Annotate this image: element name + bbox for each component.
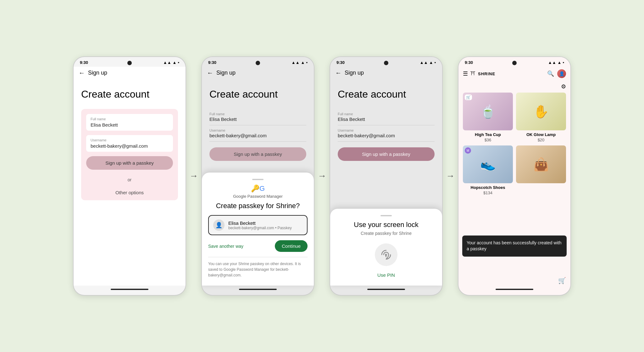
battery-icon-3: ▪ bbox=[434, 60, 436, 65]
status-icons-3: ▲▲ ▲ ▪ bbox=[420, 60, 436, 65]
search-icon[interactable]: 🔍 bbox=[547, 70, 554, 77]
hamburger-icon[interactable]: ☰ bbox=[463, 70, 468, 77]
product-img-shoes[interactable]: M 👟 bbox=[463, 145, 513, 183]
passkey-button-2[interactable]: Sign up with a passkey bbox=[209, 147, 306, 161]
camera-dot-4 bbox=[512, 61, 517, 65]
camera-dot-2 bbox=[256, 61, 260, 65]
signal-icon-2: ▲▲ bbox=[291, 60, 300, 65]
signal-icon-3: ▲▲ bbox=[420, 60, 428, 65]
screen-lock-title: Use your screen lock bbox=[336, 221, 436, 229]
user-avatar-icon: 👤 bbox=[213, 219, 225, 231]
status-bar-1: 9:30 ▲▲ ▲ ▪ bbox=[74, 57, 186, 67]
status-icons-1: ▲▲ ▲ ▪ bbox=[163, 60, 179, 65]
username-field-3[interactable]: Username beckett-bakery@gmail.com bbox=[338, 125, 435, 142]
save-another-button[interactable]: Save another way bbox=[208, 244, 243, 249]
username-value-2: beckett-bakery@gmail.com bbox=[209, 133, 306, 138]
product-price-shoes: $134 bbox=[463, 190, 513, 195]
username-field-2[interactable]: Username beckett-bakery@gmail.com bbox=[209, 125, 306, 142]
passkey-button-1[interactable]: Sign up with a passkey bbox=[86, 156, 173, 170]
username-label-1: Username bbox=[91, 138, 169, 142]
arrow-1: → bbox=[189, 171, 198, 181]
form-fields-2: Full name Elisa Beckett Username beckett… bbox=[209, 109, 306, 161]
filter-icon[interactable]: ⚙ bbox=[561, 83, 566, 90]
time-2: 9:30 bbox=[208, 60, 216, 65]
modal-note: You can use your Shrine passkey on other… bbox=[208, 261, 308, 278]
cart-badge-shoes: M bbox=[465, 147, 471, 154]
shrine-nav-right: 🔍 👤 bbox=[547, 69, 566, 78]
username-label-2: Username bbox=[209, 128, 306, 132]
fullname-field-1[interactable]: Full name Elisa Beckett bbox=[86, 114, 173, 131]
wifi-icon-2: ▲ bbox=[301, 60, 305, 65]
create-account-title-3: Create account bbox=[338, 88, 435, 100]
phone-screen-3: 9:30 ▲▲ ▲ ▪ ← Sign up Create account Ful… bbox=[330, 56, 443, 296]
phone-screen-2: 9:30 ▲▲ ▲ ▪ ← Sign up Create account Ful… bbox=[201, 56, 314, 296]
username-field-1[interactable]: Username beckett-bakery@gmail.com bbox=[86, 135, 173, 152]
fullname-label-2: Full name bbox=[209, 112, 306, 116]
fullname-field-2[interactable]: Full name Elisa Beckett bbox=[209, 109, 306, 125]
back-arrow-2[interactable]: ← bbox=[207, 69, 213, 77]
products-grid: 🛒 🍵 High Tea Cup $36 ✋ OK Glow Lamp $20 bbox=[463, 93, 566, 195]
continue-button[interactable]: Continue bbox=[275, 240, 308, 252]
nav-title-3: Sign up bbox=[345, 70, 364, 76]
shrine-nav-left: ☰ ⛩ SHRINE bbox=[463, 70, 495, 77]
product-price-lamp: $20 bbox=[516, 138, 566, 142]
time-3: 9:30 bbox=[336, 60, 345, 65]
google-passkey-modal: 🔑G Google Password Manager Create passke… bbox=[202, 173, 314, 286]
modal-handle bbox=[252, 179, 264, 180]
modal-create-title: Create passkey for Shrine? bbox=[208, 202, 308, 210]
shrine-logo-icon: ⛩ bbox=[470, 71, 475, 77]
product-name-shoes: Hopscotch Shoes bbox=[463, 185, 513, 190]
status-bar-2: 9:30 ▲▲ ▲ ▪ bbox=[202, 57, 314, 67]
passkey-button-3[interactable]: Sign up with a passkey bbox=[338, 147, 435, 161]
user-avatar-shrine[interactable]: 👤 bbox=[557, 69, 566, 78]
filter-row: ⚙ bbox=[463, 83, 566, 90]
username-value-1: beckett-bakery@gmail.com bbox=[91, 143, 169, 149]
shrine-app-name: SHRINE bbox=[478, 71, 495, 76]
username-label-3: Username bbox=[338, 128, 435, 132]
screen-lock-modal-handle bbox=[380, 215, 392, 216]
product-name-lamp: OK Glow Lamp bbox=[516, 132, 566, 137]
arrow-2: → bbox=[318, 171, 326, 181]
camera-dot-3 bbox=[384, 61, 388, 65]
fullname-label-1: Full name bbox=[91, 117, 169, 121]
home-indicator-1 bbox=[111, 289, 148, 290]
screen-content-1: Create account Full name Elisa Beckett U… bbox=[74, 79, 186, 286]
nav-title-1: Sign up bbox=[88, 70, 107, 76]
phone-screen-4: 9:30 ▲▲ ▲ ▪ ☰ ⛩ SHRINE 🔍 👤 ⚙ bbox=[458, 56, 571, 296]
back-arrow-3[interactable]: ← bbox=[335, 69, 341, 77]
wifi-icon: ▲ bbox=[173, 60, 177, 65]
product-img-lamp[interactable]: ✋ bbox=[516, 93, 566, 130]
fullname-value-3: Elisa Beckett bbox=[338, 116, 435, 122]
nav-title-2: Sign up bbox=[216, 70, 236, 76]
user-info: Elisa Beckett beckett-bakery@gmail.com •… bbox=[228, 220, 292, 230]
arrow-3: → bbox=[446, 171, 455, 181]
product-img-tea[interactable]: 🛒 🍵 bbox=[463, 93, 513, 130]
modal-user-email: beckett-bakery@gmail.com • Passkey bbox=[228, 226, 292, 230]
wifi-icon-3: ▲ bbox=[429, 60, 433, 65]
google-pm-header: 🔑G Google Password Manager bbox=[208, 185, 308, 199]
user-row[interactable]: 👤 Elisa Beckett beckett-bakery@gmail.com… bbox=[208, 215, 308, 235]
fullname-field-3[interactable]: Full name Elisa Beckett bbox=[338, 109, 435, 125]
home-indicator-3 bbox=[367, 289, 405, 290]
screen-content-2: Create account Full name Elisa Beckett U… bbox=[202, 79, 314, 286]
username-value-3: beckett-bakery@gmail.com bbox=[338, 133, 435, 138]
google-pm-title: Google Password Manager bbox=[233, 194, 283, 199]
fingerprint-icon[interactable] bbox=[375, 243, 397, 266]
wifi-icon-4: ▲ bbox=[558, 60, 562, 65]
home-indicator-4 bbox=[496, 289, 533, 290]
battery-icon-4: ▪ bbox=[563, 60, 564, 65]
cart-bottom-icon[interactable]: 🛒 bbox=[558, 277, 566, 284]
product-card-bag: 👜 bbox=[516, 145, 566, 195]
nav-bar-2: ← Sign up bbox=[202, 67, 314, 79]
nav-bar-1: ← Sign up bbox=[74, 67, 186, 79]
product-name-tea: High Tea Cup bbox=[463, 132, 513, 137]
screen-lock-subtitle: Create passkey for Shrine bbox=[336, 231, 436, 236]
other-options-1[interactable]: Other options bbox=[86, 190, 173, 195]
cart-badge-tea: 🛒 bbox=[465, 94, 472, 100]
fullname-value-2: Elisa Beckett bbox=[209, 116, 306, 122]
status-bar-3: 9:30 ▲▲ ▲ ▪ bbox=[330, 57, 442, 67]
product-img-bag[interactable]: 👜 bbox=[516, 145, 566, 183]
use-pin-button[interactable]: Use PIN bbox=[377, 272, 395, 278]
phone-screen-1: 9:30 ▲▲ ▲ ▪ ← Sign up Create account Ful… bbox=[73, 56, 186, 296]
back-arrow-1[interactable]: ← bbox=[79, 69, 85, 77]
